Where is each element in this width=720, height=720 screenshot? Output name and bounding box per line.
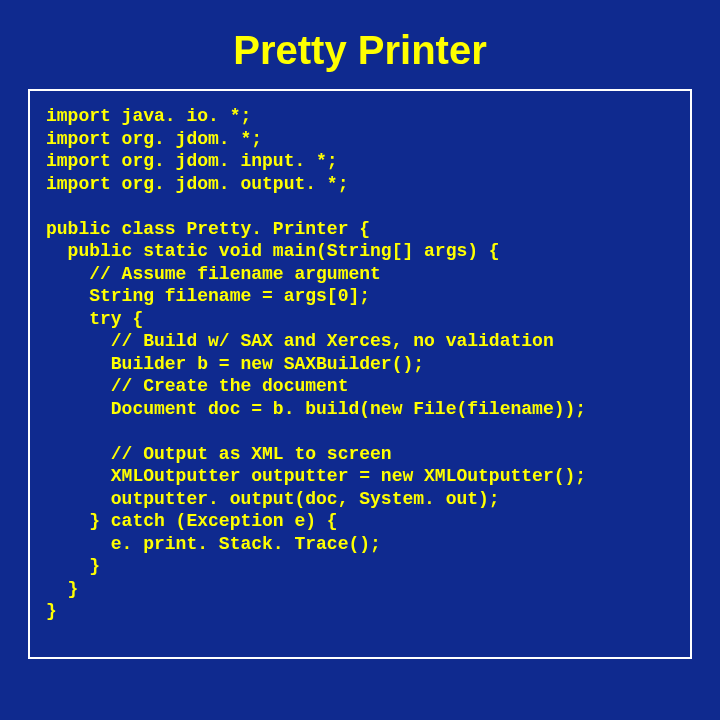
slide: Pretty Printer import java. io. *; impor… (0, 0, 720, 720)
code-block: import java. io. *; import org. jdom. *;… (28, 89, 692, 659)
slide-title: Pretty Printer (28, 0, 692, 89)
